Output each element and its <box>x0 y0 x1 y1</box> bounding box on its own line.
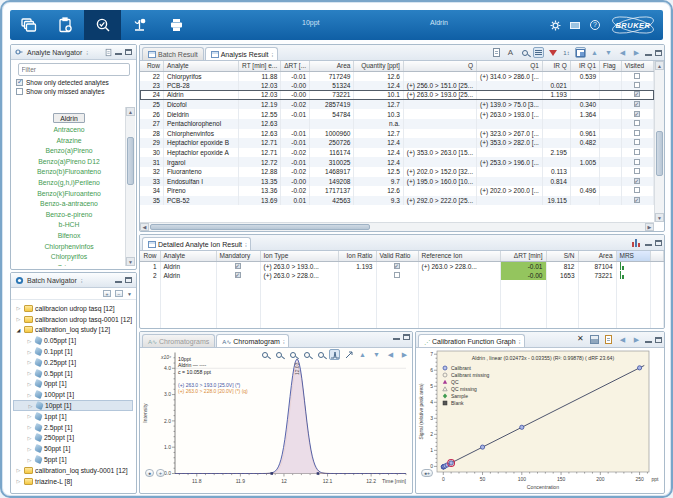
flag-cell[interactable] <box>600 119 622 129</box>
cell[interactable] <box>570 196 599 206</box>
cell[interactable]: 0.496 <box>570 186 599 196</box>
cell[interactable] <box>403 157 476 167</box>
scroll-left-arrow[interactable]: ◀ <box>140 223 149 231</box>
tree-item[interactable]: ▷calibracion udrop tasq [12] <box>13 303 133 314</box>
cell[interactable] <box>570 81 599 91</box>
column-header[interactable]: MRS <box>616 251 650 261</box>
analyte-item[interactable]: Bifenox <box>13 231 125 242</box>
batches-button[interactable] <box>10 10 47 40</box>
cell[interactable]: (+) 314.0 > 286.0 [... <box>477 71 543 81</box>
cell[interactable]: 12.71 <box>239 148 281 158</box>
flag-cell[interactable] <box>600 109 622 119</box>
result-row[interactable]: 24Aldrin12.03-0.007322110.1(+) 263.0 > 1… <box>140 90 654 100</box>
cell[interactable]: 116174 <box>310 148 354 158</box>
cell[interactable]: 0.482 <box>570 138 599 148</box>
cell[interactable]: 13.69 <box>239 196 281 206</box>
visited-checkbox[interactable] <box>634 120 640 126</box>
row-mode-icon[interactable] <box>533 47 544 58</box>
cell[interactable]: 1.005 <box>570 157 599 167</box>
move-right-icon[interactable]: ▶ <box>631 47 642 58</box>
minimize-icon[interactable] <box>645 244 652 246</box>
cell[interactable] <box>542 138 570 148</box>
zoom-out-icon[interactable] <box>315 349 326 360</box>
cell[interactable]: 27 <box>140 119 163 129</box>
cell[interactable]: 2857419 <box>310 100 354 110</box>
view-menu-icon[interactable]: ▼ <box>127 291 132 297</box>
visited-checkbox[interactable] <box>634 178 640 184</box>
visited-checkbox[interactable] <box>634 73 640 79</box>
review-button[interactable] <box>84 10 121 40</box>
cell[interactable]: 73221 <box>310 90 354 100</box>
cell[interactable] <box>570 167 599 177</box>
flag-cell[interactable] <box>600 186 622 196</box>
ion-result-row[interactable]: 2Aldrin(+) 263.0 > 228.0...-0.0016537322… <box>140 271 664 281</box>
tab-chromatogram[interactable]: A∿Chromatogram⁝⁝ <box>216 334 289 347</box>
cell[interactable]: n.a. <box>354 119 403 129</box>
cell[interactable] <box>403 100 476 110</box>
visited-checkbox[interactable] <box>634 130 640 136</box>
analyte-filter-input[interactable] <box>18 63 130 76</box>
tree-item[interactable]: ▷0.05ppt [1] <box>13 335 133 346</box>
cell[interactable]: Irgarol <box>163 157 238 167</box>
cell[interactable]: (+) 263.0 > 228.0... <box>260 271 338 281</box>
mandatory-cell[interactable] <box>216 261 260 271</box>
visited-cell[interactable] <box>621 90 653 100</box>
move-down-icon[interactable]: ▼ <box>603 47 614 58</box>
tree-item[interactable]: ▷5ppt [1] <box>13 454 133 465</box>
chart-icon[interactable] <box>631 237 642 248</box>
scroll-thumb[interactable] <box>656 131 663 176</box>
analyte-item[interactable]: Criseno <box>13 263 125 266</box>
tree-item[interactable]: ▷50ppt [1] <box>13 443 133 454</box>
cell[interactable] <box>570 119 599 129</box>
results-vscrollbar[interactable]: ▲ ▼ <box>654 61 664 222</box>
cell[interactable]: 12.63 <box>239 129 281 139</box>
tree-item[interactable]: ▷0.5ppt [1] <box>13 368 133 379</box>
visited-cell[interactable] <box>621 119 653 129</box>
tools-icon[interactable] <box>575 334 586 345</box>
cell[interactable] <box>403 71 476 81</box>
scroll-up-arrow[interactable]: ▲ <box>655 61 664 70</box>
cell[interactable]: -0.00 <box>281 177 310 187</box>
analyte-item[interactable]: Benzo(k)Fluroanteno <box>13 189 125 200</box>
tree-expander-icon[interactable]: ▷ <box>26 435 33 441</box>
cell[interactable]: 0.340 <box>570 100 599 110</box>
analyte-item[interactable]: Chlorpyrifos <box>13 252 125 263</box>
cell[interactable]: (+) 139.0 > 75.0 [3... <box>477 100 543 110</box>
grid-view-icon[interactable] <box>575 47 586 58</box>
move-left-icon[interactable]: ◀ <box>617 47 628 58</box>
cell[interactable]: -0.02 <box>281 148 310 158</box>
column-header[interactable]: Area <box>310 61 354 71</box>
cell[interactable]: 2 <box>140 271 160 281</box>
cell[interactable]: -0.02 <box>281 186 310 196</box>
cell[interactable]: 1000960 <box>310 129 354 139</box>
mandatory-checkbox[interactable] <box>235 263 241 269</box>
cell[interactable]: PCB-28 <box>163 81 238 91</box>
expand-all-icon[interactable]: + <box>103 290 111 297</box>
column-header[interactable]: Ion Type <box>260 251 338 261</box>
cell[interactable]: 12.63 <box>239 119 281 129</box>
visited-cell[interactable] <box>621 157 653 167</box>
cell[interactable]: Chlorphenvinfos <box>163 129 238 139</box>
visited-checkbox[interactable] <box>634 82 640 88</box>
cell[interactable] <box>542 109 570 119</box>
cell[interactable]: 1.193 <box>338 261 376 271</box>
column-header[interactable]: Analyte <box>160 251 216 261</box>
tree-item[interactable]: ◢calibration_loq study [12] <box>13 325 133 336</box>
mrs-cell[interactable] <box>616 261 650 271</box>
cell[interactable]: Fluoranteno <box>163 167 238 177</box>
cell[interactable]: 12.5 <box>354 167 403 177</box>
cell[interactable] <box>542 71 570 81</box>
integration-marker[interactable] <box>270 472 273 475</box>
cell[interactable]: 22 <box>140 71 163 81</box>
result-row[interactable]: 31Irgarol12.72-0.0131002512.4(+) 253.0 >… <box>140 157 654 167</box>
tree-expander-icon[interactable]: ▷ <box>27 403 34 409</box>
cell[interactable]: -0.00 <box>281 81 310 91</box>
calibrant-point[interactable] <box>637 366 641 370</box>
visited-cell[interactable] <box>621 100 653 110</box>
tree-expander-icon[interactable]: ▷ <box>15 316 22 322</box>
cell[interactable] <box>542 129 570 139</box>
minimize-icon[interactable] <box>645 341 652 343</box>
cell[interactable]: (+) 292.0 > 222.0 [25... <box>403 196 476 206</box>
cell[interactable]: (+) 323.0 > 267.0 [... <box>477 129 543 139</box>
tree-expander-icon[interactable]: ▷ <box>26 370 33 376</box>
